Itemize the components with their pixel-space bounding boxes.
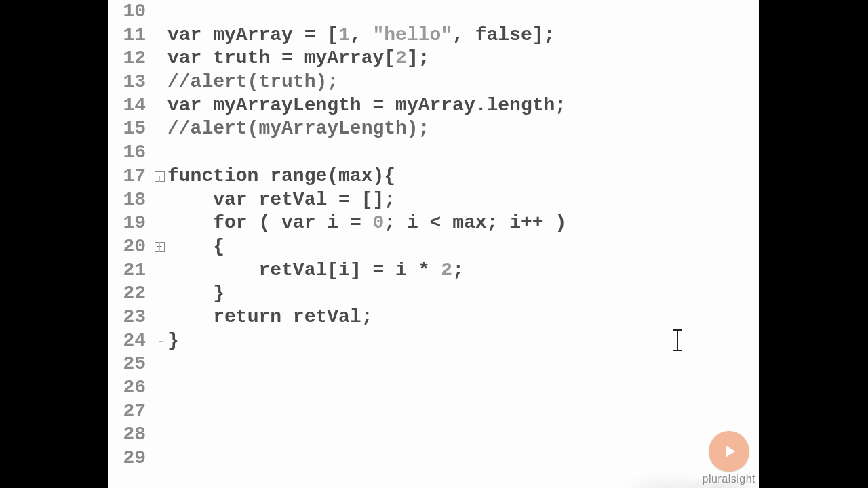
fold-gutter: − xyxy=(151,242,167,252)
code-line[interactable]: 17−function range(max){ xyxy=(108,165,760,188)
code-editor[interactable]: 1011var myArray = [1, "hello", false];12… xyxy=(108,0,760,470)
code-content[interactable]: //alert(myArrayLength); xyxy=(167,117,429,141)
line-number: 11 xyxy=(108,24,151,47)
code-line[interactable]: 22 } xyxy=(108,282,760,306)
code-content[interactable]: var myArrayLength = myArray.length; xyxy=(167,94,566,118)
code-line[interactable]: 23 return retVal; xyxy=(108,306,760,329)
pluralsight-watermark: pluralsight xyxy=(703,431,755,485)
code-line[interactable]: 18 var retVal = []; xyxy=(108,188,760,212)
line-number: 24 xyxy=(108,329,151,353)
code-line[interactable]: 29 xyxy=(108,447,760,470)
brand-label: pluralsight xyxy=(703,473,755,485)
editor-viewport: 1011var myArray = [1, "hello", false];12… xyxy=(108,0,760,488)
line-number: 10 xyxy=(108,0,151,24)
line-number: 18 xyxy=(108,188,151,212)
line-number: 22 xyxy=(108,282,151,306)
text-caret xyxy=(677,329,679,351)
code-line[interactable]: 24} xyxy=(108,329,760,353)
play-button[interactable] xyxy=(709,431,749,472)
svg-marker-0 xyxy=(726,445,735,458)
line-number: 25 xyxy=(108,352,151,376)
code-line[interactable]: 19 for ( var i = 0; i < max; i++ ) xyxy=(108,211,760,235)
line-number: 27 xyxy=(108,400,151,424)
play-icon xyxy=(720,443,738,460)
code-content[interactable]: { xyxy=(167,235,224,259)
code-content[interactable]: } xyxy=(167,282,224,306)
line-number: 23 xyxy=(108,306,151,329)
line-number: 28 xyxy=(108,423,151,447)
line-number: 19 xyxy=(108,211,151,235)
code-line[interactable]: 16 xyxy=(108,141,760,165)
code-content[interactable]: return retVal; xyxy=(167,306,372,329)
code-content[interactable]: var truth = myArray[2]; xyxy=(167,47,430,70)
fold-gutter: − xyxy=(151,171,167,182)
line-number: 13 xyxy=(108,70,151,94)
code-content[interactable]: retVal[i] = i * 2; xyxy=(167,259,464,283)
code-line[interactable]: 10 xyxy=(108,0,760,24)
code-line[interactable]: 26 xyxy=(108,376,760,400)
code-line[interactable]: 20− { xyxy=(108,235,760,259)
code-line[interactable]: 25 xyxy=(108,352,760,376)
line-number: 20 xyxy=(108,235,151,259)
code-line[interactable]: 13//alert(truth); xyxy=(108,70,760,94)
code-content[interactable]: var myArray = [1, "hello", false]; xyxy=(167,24,555,47)
code-content[interactable]: for ( var i = 0; i < max; i++ ) xyxy=(167,211,566,235)
line-number: 17 xyxy=(108,165,151,188)
code-content[interactable]: } xyxy=(167,329,179,353)
line-number: 29 xyxy=(108,447,151,470)
line-number: 26 xyxy=(108,376,151,400)
line-number: 15 xyxy=(108,117,151,141)
line-number: 14 xyxy=(108,94,151,118)
code-line[interactable]: 12var truth = myArray[2]; xyxy=(108,47,760,70)
code-line[interactable]: 14var myArrayLength = myArray.length; xyxy=(108,94,760,118)
code-content[interactable]: function range(max){ xyxy=(167,165,395,188)
line-number: 21 xyxy=(108,259,151,283)
code-line[interactable]: 15//alert(myArrayLength); xyxy=(108,117,760,141)
line-number: 12 xyxy=(108,47,151,70)
code-line[interactable]: 28 xyxy=(108,423,760,447)
code-content[interactable]: var retVal = []; xyxy=(167,188,395,212)
code-content[interactable]: //alert(truth); xyxy=(167,70,338,94)
code-line[interactable]: 11var myArray = [1, "hello", false]; xyxy=(108,24,760,47)
line-number: 16 xyxy=(108,141,151,165)
code-line[interactable]: 21 retVal[i] = i * 2; xyxy=(108,259,760,283)
code-line[interactable]: 27 xyxy=(108,400,760,424)
